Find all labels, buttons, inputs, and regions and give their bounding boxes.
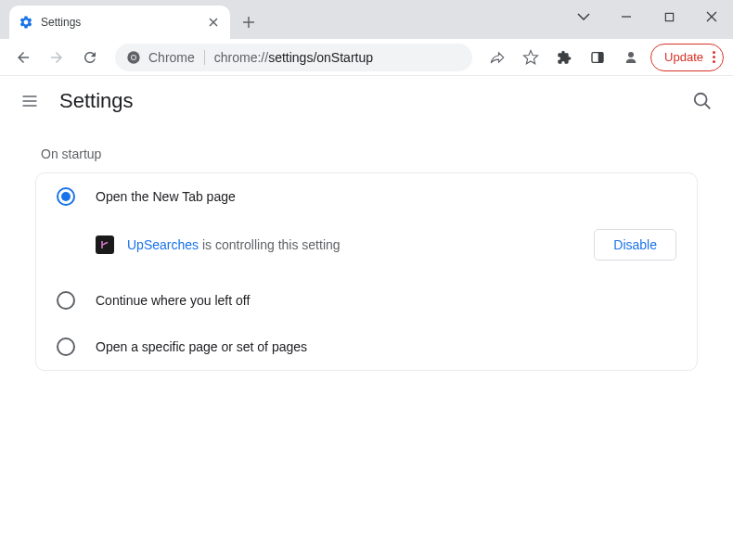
notice-text: UpSearches is controlling this setting: [127, 237, 581, 252]
update-label: Update: [664, 50, 703, 64]
reload-icon: [82, 49, 98, 66]
svg-rect-5: [598, 52, 603, 62]
svg-point-7: [695, 94, 707, 106]
close-icon: [706, 11, 717, 22]
radio-checked-icon: [57, 187, 75, 206]
option-continue[interactable]: Continue where you left off: [36, 277, 697, 324]
window-titlebar: Settings: [0, 0, 733, 39]
sidepanel-icon: [590, 50, 605, 65]
window-maximize-button[interactable]: [648, 0, 690, 33]
sidepanel-button[interactable]: [584, 44, 611, 71]
section-label: On startup: [0, 126, 733, 172]
browser-tab[interactable]: Settings: [9, 6, 230, 39]
star-icon: [522, 49, 539, 66]
radio-unchecked-icon: [57, 291, 75, 310]
arrow-left-icon: [15, 49, 32, 66]
back-button[interactable]: [9, 44, 37, 71]
tab-close-button[interactable]: [206, 15, 221, 30]
chevron-down-icon: [577, 13, 590, 20]
minimize-icon: [621, 11, 632, 22]
more-icon: [713, 51, 715, 63]
address-bar[interactable]: Chrome chrome://settings/onStartup: [115, 44, 472, 71]
extension-link[interactable]: UpSearches: [127, 237, 199, 252]
address-chip-label: Chrome: [148, 50, 205, 65]
maximize-icon: [664, 12, 675, 22]
option-specific-pages[interactable]: Open a specific page or set of pages: [36, 324, 697, 370]
disable-button[interactable]: Disable: [594, 229, 676, 261]
reload-button[interactable]: [76, 44, 104, 71]
profile-button[interactable]: [617, 44, 645, 71]
arrow-right-icon: [48, 49, 65, 66]
extension-icon: [96, 235, 114, 254]
option-label: Continue where you left off: [96, 293, 250, 308]
svg-rect-0: [665, 13, 673, 20]
hamburger-menu-button[interactable]: [20, 92, 39, 110]
search-button[interactable]: [692, 91, 713, 111]
browser-toolbar: Chrome chrome://settings/onStartup Updat…: [0, 39, 733, 76]
option-label: Open the New Tab page: [96, 189, 236, 204]
startup-options-card: Open the New Tab page UpSearches is cont…: [35, 172, 698, 371]
page-title: Settings: [59, 89, 672, 113]
tab-title: Settings: [41, 16, 199, 29]
option-new-tab[interactable]: Open the New Tab page: [36, 173, 697, 220]
extension-notice: UpSearches is controlling this setting D…: [36, 220, 697, 277]
svg-point-3: [132, 56, 135, 59]
radio-unchecked-icon: [57, 337, 75, 356]
option-label: Open a specific page or set of pages: [96, 339, 307, 354]
window-minimize-button[interactable]: [605, 0, 648, 33]
plus-icon: [242, 16, 255, 29]
update-button[interactable]: Update: [650, 44, 724, 71]
extensions-button[interactable]: [550, 44, 578, 71]
gear-icon: [19, 15, 33, 30]
new-tab-button[interactable]: [236, 9, 262, 35]
chrome-icon: [126, 50, 141, 65]
person-icon: [623, 49, 639, 66]
window-dropdown-button[interactable]: [562, 0, 605, 33]
forward-button[interactable]: [43, 44, 71, 71]
close-icon: [209, 18, 218, 27]
bookmark-button[interactable]: [517, 44, 545, 71]
settings-header: Settings: [0, 76, 733, 126]
svg-point-6: [628, 52, 634, 57]
share-button[interactable]: [483, 44, 511, 71]
window-controls: [562, 0, 733, 33]
share-icon: [489, 49, 506, 66]
settings-content: Settings On startup Open the New Tab pag…: [0, 76, 733, 560]
puzzle-icon: [557, 50, 572, 65]
address-url: chrome://settings/onStartup: [214, 50, 373, 65]
window-close-button[interactable]: [690, 0, 733, 33]
